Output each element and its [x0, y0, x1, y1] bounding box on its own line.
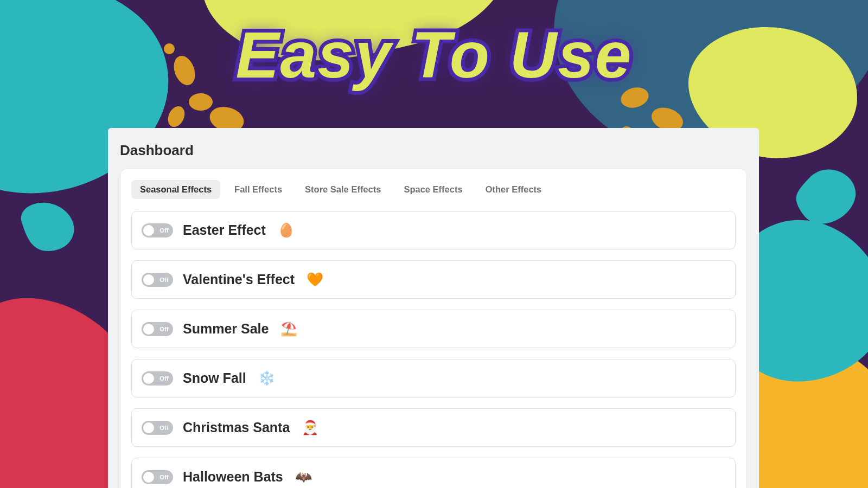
tab-seasonal-effects[interactable]: Seasonal Effects: [131, 180, 220, 199]
effect-label: Easter Effect: [183, 222, 266, 238]
promo-stage: Easy To Use Dashboard Seasonal Effects F…: [0, 0, 868, 488]
toggle-label: Off: [159, 227, 169, 234]
effect-row-easter: Off Easter Effect 🥚: [131, 211, 736, 249]
santa-icon: 🎅: [302, 420, 318, 435]
effects-tabs: Seasonal Effects Fall Effects Store Sale…: [131, 180, 736, 199]
tab-other-effects[interactable]: Other Effects: [477, 180, 551, 199]
toggle-label: Off: [159, 474, 169, 480]
tab-space-effects[interactable]: Space Effects: [395, 180, 471, 199]
effect-label: Halloween Bats: [183, 469, 283, 485]
effect-label: Christmas Santa: [183, 420, 290, 435]
toggle-valentines[interactable]: Off: [142, 273, 173, 287]
effect-row-snow-fall: Off Snow Fall ❄️: [131, 359, 736, 397]
toggle-knob: [143, 274, 154, 285]
effect-row-valentines: Off Valentine's Effect 🧡: [131, 260, 736, 299]
tab-store-sale-effects[interactable]: Store Sale Effects: [296, 180, 390, 199]
dashboard-panel: Dashboard Seasonal Effects Fall Effects …: [108, 128, 759, 488]
page-title: Dashboard: [108, 128, 759, 169]
effect-row-halloween-bats: Off Halloween Bats 🦇: [131, 458, 736, 488]
effect-label: Snow Fall: [183, 370, 246, 386]
toggle-knob: [143, 422, 154, 433]
toggle-knob: [143, 373, 154, 384]
heart-icon: 🧡: [307, 272, 323, 287]
toggle-knob: [143, 324, 154, 335]
toggle-label: Off: [159, 326, 169, 332]
toggle-label: Off: [159, 375, 169, 382]
toggle-label: Off: [159, 277, 169, 283]
svg-point-3: [165, 104, 188, 130]
effect-row-christmas-santa: Off Christmas Santa 🎅: [131, 408, 736, 447]
toggle-label: Off: [159, 425, 169, 431]
toggle-knob: [143, 225, 154, 236]
tab-fall-effects[interactable]: Fall Effects: [226, 180, 291, 199]
effects-list: Off Easter Effect 🥚 Off Valentine's Effe…: [131, 211, 736, 488]
promo-headline: Easy To Use: [0, 17, 868, 92]
svg-point-1: [189, 93, 213, 111]
umbrella-icon: ⛱️: [280, 321, 297, 337]
effects-card: Seasonal Effects Fall Effects Store Sale…: [120, 169, 747, 488]
effect-label: Summer Sale: [183, 321, 269, 337]
snowflake-icon: ❄️: [258, 370, 275, 386]
toggle-summer[interactable]: Off: [142, 322, 173, 336]
toggle-easter[interactable]: Off: [142, 223, 173, 237]
effect-row-summer-sale: Off Summer Sale ⛱️: [131, 310, 736, 348]
toggle-bats[interactable]: Off: [142, 470, 173, 484]
effect-label: Valentine's Effect: [183, 272, 295, 287]
egg-icon: 🥚: [278, 222, 295, 238]
toggle-knob: [143, 472, 154, 483]
toggle-santa[interactable]: Off: [142, 421, 173, 435]
bat-icon: 🦇: [295, 469, 312, 485]
toggle-snow[interactable]: Off: [142, 371, 173, 386]
